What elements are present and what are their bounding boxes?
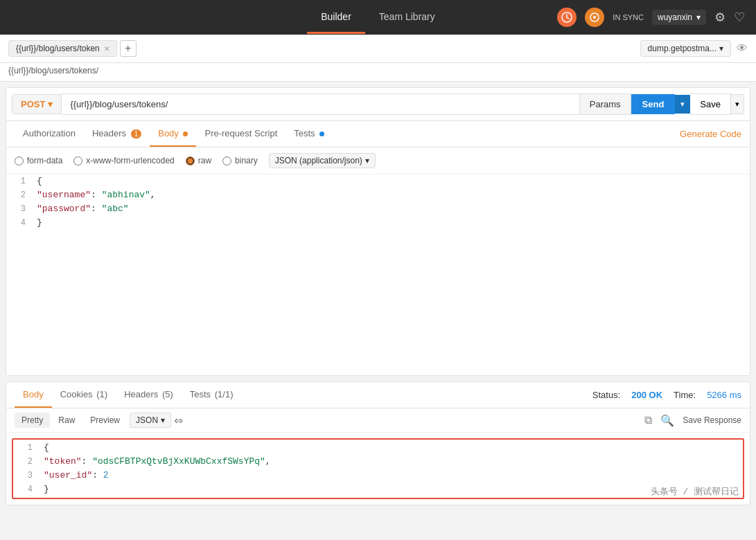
puzzle-icon[interactable]: ⚙ [714,10,726,25]
request-top-row: POST ▾ Params Send ▾ Save ▾ [6,88,750,121]
send-button[interactable]: Send [631,94,676,114]
resp-code-line-4: 4 } [13,483,743,496]
nav-tabs: Builder Team Library [307,1,449,34]
time-value: 5266 ms [707,390,741,400]
fmt-preview[interactable]: Preview [83,413,127,428]
send-dropdown-button[interactable]: ▾ [675,95,690,114]
response-right-icons: ⧉ 🔍 Save Response [644,414,741,427]
fmt-pretty[interactable]: Pretty [15,413,50,428]
headers-count-badge: 1 [131,129,142,138]
copy-icon[interactable]: ⧉ [644,414,652,426]
tab-pre-request[interactable]: Pre-request Script [196,121,285,147]
tab-headers[interactable]: Headers 1 [84,121,150,147]
request-url-input[interactable] [62,93,579,115]
response-tabs-row: Body Cookies (1) Headers (5) Tests (1/1)… [6,382,750,408]
resp-code-line-3: 3 "user_id": 2 [13,469,743,483]
body-type-raw[interactable]: raw [186,156,211,165]
eye-icon[interactable]: 👁 [737,42,748,55]
nav-right: IN SYNC wuyanxin ▾ ⚙ ♡ [557,8,745,27]
body-type-form-data[interactable]: form-data [15,156,62,165]
user-menu[interactable]: wuyanxin ▾ [652,10,706,25]
breadcrumb: {{url}}/blog/users/tokens/ [0,63,756,82]
resp-tab-tests[interactable]: Tests (1/1) [182,382,242,408]
response-toolbar: Pretty Raw Preview JSON ▾ ⇔ ⧉ 🔍 Save Res… [6,408,750,433]
resp-code-line-2: 2 "token": "odsCFBTPxQtvBjXxKUWbCxxfSWsY… [13,455,743,469]
sync-icon-1[interactable] [557,8,577,27]
url-bar-section: {{url}}/blog/users/token ✕ + dump.getpos… [0,35,756,63]
url-bar-right: dump.getpostma... ▾ 👁 [640,40,748,57]
tab-authorization[interactable]: Authorization [15,121,84,147]
status-value: 200 OK [631,390,662,400]
request-section: POST ▾ Params Send ▾ Save ▾ Authorizatio… [6,87,750,376]
response-section: Body Cookies (1) Headers (5) Tests (1/1)… [6,381,750,505]
code-line-2: 2 "username": "abhinav", [6,188,750,202]
wrap-icon[interactable]: ⇔ [174,414,183,427]
request-code-editor[interactable]: 1 { 2 "username": "abhinav", 3 "password… [6,174,750,375]
format-tabs: Pretty Raw Preview [15,413,127,428]
resp-tab-body[interactable]: Body [15,382,52,408]
save-dropdown-button[interactable]: ▾ [731,94,744,114]
resp-code-line-1: 1 { [13,441,743,455]
add-tab-button[interactable]: + [120,40,137,57]
method-selector[interactable]: POST ▾ [12,94,62,114]
heart-icon[interactable]: ♡ [734,10,745,25]
code-line-3: 3 "password": "abc" [6,202,750,216]
search-icon[interactable]: 🔍 [660,414,674,427]
resp-tab-headers[interactable]: Headers (5) [116,382,182,408]
body-dot [183,132,188,136]
highlighted-response-block: 1 { 2 "token": "odsCFBTPxQtvBjXxKUWbCxxf… [12,438,744,499]
tab-team-library[interactable]: Team Library [365,1,449,34]
generate-code-link[interactable]: Generate Code [680,122,741,146]
body-type-row: form-data x-www-form-urlencoded raw bina… [6,147,750,174]
save-response-button[interactable]: Save Response [683,415,741,425]
response-json-selector[interactable]: JSON ▾ [130,413,171,428]
response-code-area: 1 { 2 "token": "odsCFBTPxQtvBjXxKUWbCxxf… [6,433,750,505]
body-type-binary[interactable]: binary [222,156,258,165]
tab-body[interactable]: Body [150,121,196,147]
close-tab-icon[interactable]: ✕ [104,45,109,53]
save-button[interactable]: Save [690,93,731,115]
sync-icon-2[interactable] [585,8,604,27]
tests-dot [319,132,324,136]
active-url-tab[interactable]: {{url}}/blog/users/token ✕ [8,40,117,57]
sync-badge: IN SYNC [613,13,644,21]
json-type-selector[interactable]: JSON (application/json) ▾ [269,153,376,168]
code-line-4: 4 } [6,216,750,230]
params-button[interactable]: Params [580,93,631,115]
watermark: 头条号 / 测试帮日记 [651,485,739,498]
response-status: Status: 200 OK Time: 5266 ms [592,390,741,400]
body-type-urlencoded[interactable]: x-www-form-urlencoded [73,156,174,165]
tab-tests[interactable]: Tests [285,121,333,147]
request-tabs: Authorization Headers 1 Body Pre-request… [6,121,750,147]
tab-builder[interactable]: Builder [307,1,365,34]
resp-tab-cookies[interactable]: Cookies (1) [52,382,116,408]
top-nav: Builder Team Library IN SYNC wuyanxin ▾ … [0,0,756,35]
code-line-1: 1 { [6,174,750,188]
svg-point-2 [593,16,596,19]
url-tabs: {{url}}/blog/users/token ✕ + [8,40,137,57]
env-selector[interactable]: dump.getpostma... ▾ [640,40,731,57]
fmt-raw[interactable]: Raw [51,413,82,428]
